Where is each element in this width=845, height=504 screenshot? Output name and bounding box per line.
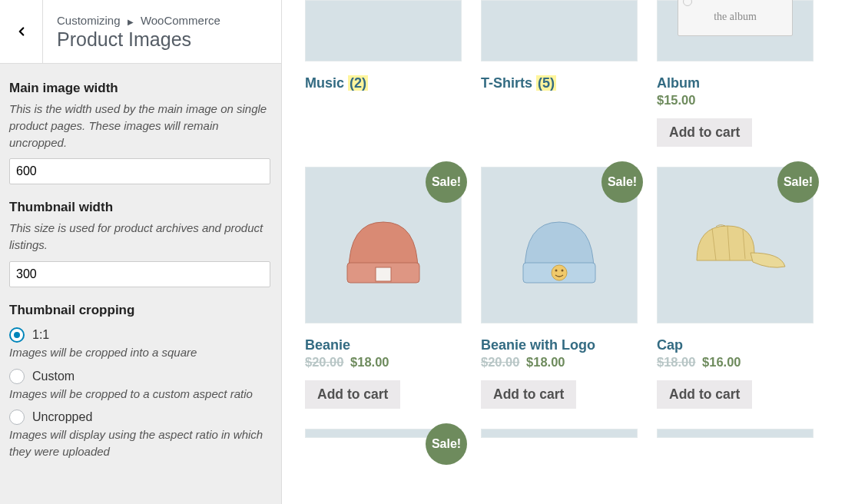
product-card-peek: Sale! (305, 429, 462, 438)
beanie-icon (333, 203, 433, 287)
product-title: Beanie (305, 337, 462, 353)
product-price: $18.00 $16.00 (657, 355, 814, 370)
product-image: Sale! (481, 167, 638, 323)
sale-badge: Sale! (601, 161, 643, 203)
radio-uncropped[interactable] (9, 410, 25, 425)
product-image: Sale! (657, 167, 814, 323)
add-to-cart-button[interactable]: Add to cart (305, 380, 400, 409)
product-image-link[interactable]: the album (657, 0, 814, 61)
product-image: the album (657, 0, 814, 61)
page-title: Product Images (57, 28, 220, 51)
product-image (481, 429, 638, 438)
add-to-cart-button[interactable]: Add to cart (481, 380, 576, 409)
product-card-beanie: Sale! Beanie $20.00 $18.00 Add to cart (305, 167, 462, 409)
back-button[interactable] (0, 0, 43, 63)
radio-1-1[interactable] (9, 327, 25, 343)
chevron-left-icon (15, 25, 28, 38)
product-title: Beanie with Logo (481, 337, 638, 353)
sale-badge: Sale! (426, 423, 467, 465)
sidebar-title-block: Customizing ▶ WooCommerce Product Images (43, 0, 234, 63)
thumbnail-width-input[interactable] (9, 261, 270, 287)
product-price: $20.00 $18.00 (305, 355, 462, 370)
cropping-option-1-1[interactable]: 1:1 (9, 327, 270, 343)
new-price: $18.00 (526, 355, 565, 369)
beanie-logo-icon (509, 203, 609, 287)
radio-1-1-label: 1:1 (32, 328, 49, 342)
product-image: Sale! (305, 429, 462, 438)
album-cover-text: the album (714, 11, 757, 23)
product-card-cap: Sale! Cap $18.00 $16.00 Add to cart (657, 167, 814, 409)
thumbnail-cropping-label: Thumbnail cropping (9, 303, 270, 318)
cropping-option-uncropped[interactable]: Uncropped (9, 410, 270, 425)
old-price: $20.00 (481, 355, 519, 369)
svg-rect-1 (376, 267, 391, 281)
add-to-cart-button[interactable]: Add to cart (657, 118, 752, 147)
cap-icon (678, 207, 793, 284)
category-card-music[interactable]: Music (2) (305, 0, 462, 147)
category-image (305, 0, 462, 61)
customizer-sidebar: Customizing ▶ WooCommerce Product Images… (0, 0, 282, 504)
product-image-link[interactable]: Sale! (481, 167, 638, 323)
product-image: Sale! (305, 167, 462, 323)
product-price: $20.00 $18.00 (481, 355, 638, 370)
main-image-width-input[interactable] (9, 158, 270, 184)
preview-pane: Music (2) T-Shirts (5) the album Album $… (282, 0, 845, 504)
category-name: Music (305, 75, 344, 91)
radio-1-1-desc: Images will be cropped into a square (9, 344, 270, 361)
product-card-album: the album Album $15.00 Add to cart (657, 0, 814, 147)
radio-uncropped-label: Uncropped (32, 410, 92, 424)
breadcrumb: Customizing ▶ WooCommerce (57, 14, 220, 27)
product-image-link[interactable]: Sale! (305, 167, 462, 323)
category-count: (5) (536, 75, 556, 91)
svg-point-4 (555, 270, 558, 272)
product-image (657, 429, 814, 438)
add-to-cart-button[interactable]: Add to cart (657, 380, 752, 409)
product-card-beanie-logo: Sale! Beanie with Logo $20.00 $18.00 Add… (481, 167, 638, 409)
album-cover-icon: the album (678, 0, 793, 36)
breadcrumb-root: Customizing (57, 14, 121, 27)
category-title: T-Shirts (5) (481, 75, 638, 91)
price-value: $15.00 (657, 93, 695, 107)
main-image-width-desc: This is the width used by the main image… (9, 101, 270, 151)
breadcrumb-separator-icon: ▶ (128, 18, 134, 26)
new-price: $18.00 (350, 355, 389, 369)
breadcrumb-section: WooCommerce (141, 14, 220, 27)
cropping-option-custom[interactable]: Custom (9, 369, 270, 384)
old-price: $20.00 (305, 355, 343, 369)
product-card-peek (657, 429, 814, 438)
radio-uncropped-desc: Images will display using the aspect rat… (9, 426, 270, 460)
radio-custom-desc: Images will be cropped to a custom aspec… (9, 386, 270, 403)
thumbnail-width-desc: This size is used for product archives a… (9, 220, 270, 254)
category-title: Music (2) (305, 75, 462, 91)
thumbnail-width-label: Thumbnail width (9, 200, 270, 215)
sale-badge: Sale! (777, 161, 819, 203)
main-image-width-label: Main image width (9, 81, 270, 96)
category-name: T-Shirts (481, 75, 532, 91)
category-image (481, 0, 638, 61)
sale-badge: Sale! (426, 161, 467, 203)
sidebar-header: Customizing ▶ WooCommerce Product Images (0, 0, 281, 64)
product-price: $15.00 (657, 93, 814, 108)
sidebar-body: Main image width This is the width used … (0, 64, 281, 479)
old-price: $18.00 (657, 355, 695, 369)
product-image-link[interactable]: Sale! (657, 167, 814, 323)
product-title: Cap (657, 337, 814, 353)
new-price: $16.00 (702, 355, 741, 369)
radio-custom-label: Custom (32, 370, 75, 383)
category-card-tshirts[interactable]: T-Shirts (5) (481, 0, 638, 147)
product-card-peek (481, 429, 638, 438)
radio-custom[interactable] (9, 369, 25, 384)
category-count: (2) (348, 75, 368, 91)
product-title: Album (657, 75, 814, 91)
svg-point-5 (562, 270, 564, 272)
product-grid: Music (2) T-Shirts (5) the album Album $… (305, 0, 822, 438)
svg-point-3 (552, 265, 567, 280)
